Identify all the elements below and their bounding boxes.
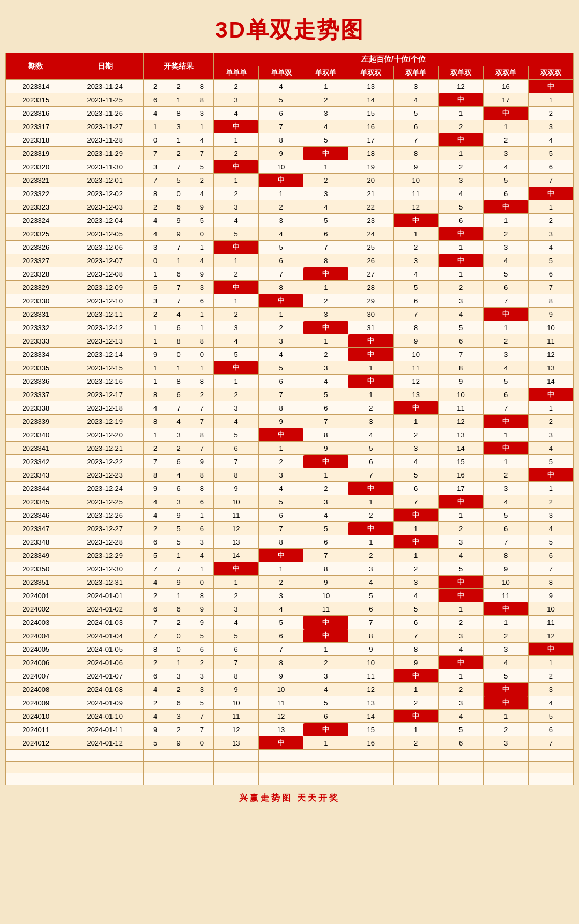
cell-val-5: 3 [439,629,484,643]
cell-val-3: 8 [348,629,394,643]
cell-val-2: 4 [303,120,348,133]
cell-date: 2023-11-28 [66,133,144,147]
table-row: 20240032024-01-0372945中762111 [6,616,574,629]
cell-result-0: 1 [144,321,167,334]
table-row: 20233162023-11-264834631551中2 [6,107,574,120]
cell-result-2: 1 [190,241,213,254]
cell-result-1: 9 [167,576,190,589]
table-row: 20233362023-12-16188164中129514 [6,375,574,388]
table-row: 20233302023-12-103761中2296378 [6,294,574,308]
main-table: 期数 日期 开奖结果 左起百位/十位/个位 单单单 单单双 单双单 单双双 双单… [5,53,574,785]
cell-val-4: 13 [394,388,439,401]
cell-date: 2023-11-27 [66,120,144,133]
cell-period: 2024010 [6,710,66,723]
cell-val-5: 7 [439,348,484,361]
cell-val-2: 2 [303,174,348,187]
cell-result-2: 0 [190,348,213,361]
cell-val-4: 7 [394,308,439,321]
cell-val-3: 26 [348,254,394,267]
table-row: 20233152023-11-25618352144中171 [6,93,574,107]
cell-result-1: 1 [167,93,190,107]
cell-val-5: 2 [439,683,484,696]
cell-val-7: 12 [528,629,573,643]
cell-period: 2023348 [6,535,66,549]
cell-val-0: 5 [213,428,258,442]
cell-result-0: 4 [144,495,167,509]
cell-val-4: 4 [394,589,439,602]
col-ddd: 双双双 [528,66,573,80]
col-header-toplabel: 左起百位/十位/个位 [213,53,573,66]
cell-val-7: 4 [528,522,573,535]
cell-result-2: 7 [190,147,213,160]
cell-result-0: 8 [144,415,167,428]
cell-val-0: 2 [213,80,258,93]
table-row: 20233422023-12-2276972中641515 [6,455,574,468]
cell-val-1: 1 [258,442,303,455]
cell-result-0: 4 [144,710,167,723]
cell-val-5: 3 [439,696,484,710]
cell-val-6: 7 [484,401,529,415]
table-row: 20240062024-01-06212782109中41 [6,656,574,669]
cell-val-7: 9 [528,589,573,602]
cell-result-2: 3 [190,535,213,549]
cell-result-0: 9 [144,348,167,361]
cell-val-2: 7 [303,241,348,254]
cell-val-4: 1 [394,522,439,535]
cell-val-7: 1 [528,200,573,214]
cell-result-1: 2 [167,80,190,93]
cell-val-3: 19 [348,160,394,174]
cell-val-2: 中 [303,267,348,281]
cell-val-0: 4 [213,415,258,428]
cell-result-2: 7 [190,723,213,736]
cell-val-2: 3 [303,361,348,375]
cell-val-0: 8 [213,669,258,683]
table-row: 20233442023-12-24968942中61731 [6,482,574,495]
cell-val-3: 11 [348,669,394,683]
cell-val-3: 31 [348,321,394,334]
cell-val-6: 2 [484,227,529,241]
cell-val-4: 7 [394,629,439,643]
cell-date: 2023-12-15 [66,361,144,375]
cell-val-7: 中 [528,187,573,200]
table-row: 20233502023-12-30771中1832597 [6,562,574,576]
cell-result-1: 2 [167,147,190,160]
cell-val-4: 8 [394,321,439,334]
cell-val-4: 9 [394,656,439,669]
table-row: 20233482023-12-2865313861中375 [6,535,574,549]
cell-date: 2024-01-07 [66,669,144,683]
cell-date: 2023-12-21 [66,442,144,455]
cell-val-2: 3 [303,187,348,200]
table-row: 20233512023-12-3149012943中108 [6,576,574,589]
empty-row [6,750,574,762]
cell-val-0: 8 [213,468,258,482]
table-row: 20233242023-12-0449543523中612 [6,214,574,227]
cell-val-4: 10 [394,174,439,187]
cell-val-4: 4 [394,93,439,107]
cell-val-0: 2 [213,589,258,602]
cell-val-2: 6 [303,227,348,241]
cell-val-4: 2 [394,428,439,442]
cell-period: 2023318 [6,133,66,147]
cell-result-1: 7 [167,281,190,294]
cell-val-1: 3 [258,589,303,602]
cell-result-2: 5 [190,214,213,227]
cell-val-2: 9 [303,576,348,589]
cell-val-3: 15 [348,107,394,120]
cell-val-3: 5 [348,442,394,455]
col-header-qishu: 期数 [6,53,66,80]
cell-val-7: 2 [528,669,573,683]
cell-result-0: 2 [144,589,167,602]
cell-result-2: 9 [190,616,213,629]
cell-date: 2023-12-26 [66,509,144,522]
cell-result-2: 8 [190,428,213,442]
cell-period: 2023347 [6,522,66,535]
cell-val-0: 1 [213,254,258,267]
cell-val-0: 3 [213,602,258,616]
cell-val-1: 3 [258,214,303,227]
cell-result-0: 8 [144,187,167,200]
cell-val-1: 7 [258,522,303,535]
cell-val-1: 2 [258,455,303,468]
cell-val-1: 8 [258,281,303,294]
cell-date: 2023-12-12 [66,321,144,334]
cell-period: 2023321 [6,174,66,187]
